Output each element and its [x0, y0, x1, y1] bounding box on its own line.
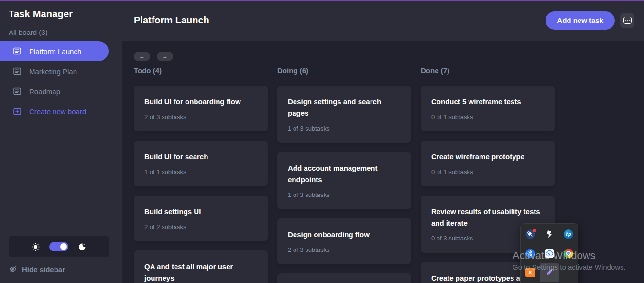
- sidebar-item-roadmap[interactable]: Roadmap: [0, 81, 109, 101]
- browser-accent-strip: [0, 0, 644, 1]
- task-card[interactable]: Build UI for search 1 of 1 subtasks: [134, 141, 268, 186]
- theme-toggle-switch[interactable]: [49, 242, 68, 251]
- sidebar-item-marketing-plan[interactable]: Marketing Plan: [0, 61, 109, 81]
- task-card[interactable]: QA and test all major user journeys: [134, 250, 268, 283]
- usb-device-icon[interactable]: [521, 225, 540, 244]
- task-subtasks: 2 of 3 subtasks: [144, 113, 257, 121]
- toggle-knob: [60, 243, 67, 250]
- task-card[interactable]: Build settings UI 2 of 2 subtasks: [134, 196, 268, 241]
- column-todo: Todo (4) Build UI for onboarding flow 2 …: [134, 66, 268, 283]
- notification-dot: [533, 229, 536, 232]
- moon-icon: [78, 243, 86, 251]
- task-card[interactable]: Conduct 5 wireframe tests 0 of 1 subtask…: [421, 86, 555, 131]
- eye-off-icon: [9, 265, 17, 273]
- task-title: Build UI for onboarding flow: [144, 96, 257, 108]
- cloud-app-icon[interactable]: [540, 244, 559, 263]
- sun-icon: [32, 243, 40, 251]
- task-title: Conduct 5 wireframe tests: [431, 96, 544, 108]
- task-subtasks: 0 of 1 subtasks: [431, 168, 544, 176]
- chrome-icon[interactable]: [559, 244, 578, 263]
- sidebar-item-platform-launch[interactable]: Platform Launch: [0, 41, 109, 61]
- arrow-left-icon: ←: [139, 54, 145, 59]
- white-flag-icon[interactable]: [540, 225, 559, 244]
- empty-tray-cell: [559, 263, 578, 282]
- task-title: QA and test all major user journeys: [144, 261, 257, 283]
- board-header: Platform Launch Add new task: [122, 0, 644, 41]
- board-icon: [13, 87, 22, 96]
- task-card[interactable]: Add account management endpoints 1 of 3 …: [277, 152, 411, 209]
- app-title: Task Manager: [9, 9, 122, 20]
- bluetooth-icon[interactable]: [521, 244, 540, 263]
- task-title: Design onboarding flow: [288, 229, 401, 240]
- board-icon: [13, 47, 22, 55]
- task-card[interactable]: Create wireframe prototype 0 of 1 subtas…: [421, 141, 555, 186]
- task-card[interactable]: Build UI for onboarding flow 2 of 3 subt…: [134, 86, 268, 131]
- task-subtasks: 2 of 3 subtasks: [288, 246, 401, 254]
- sidebar-item-label: Marketing Plan: [29, 67, 77, 76]
- task-subtasks: 2 of 2 subtasks: [144, 223, 257, 231]
- theme-toggle-panel: [9, 236, 109, 257]
- task-subtasks: 0 of 1 subtasks: [431, 113, 544, 121]
- board-menu-button[interactable]: [620, 13, 634, 28]
- board-icon: [13, 67, 22, 76]
- task-title: Build UI for search: [144, 151, 257, 163]
- ellipsis-box-icon: [623, 17, 632, 24]
- task-title: Build settings UI: [144, 206, 257, 218]
- hide-sidebar-button[interactable]: Hide sidebar: [9, 265, 65, 273]
- column-title: Todo (4): [134, 66, 268, 75]
- task-subtasks: 1 of 3 subtasks: [288, 191, 401, 199]
- lightshot-feather-icon[interactable]: [540, 263, 559, 282]
- xampp-icon[interactable]: [521, 263, 540, 282]
- arrow-right-icon: →: [162, 54, 168, 59]
- task-subtasks: 1 of 3 subtasks: [288, 125, 401, 132]
- column-title: Done (7): [421, 66, 555, 75]
- task-title: Design settings and search pages: [288, 96, 401, 119]
- sidebar-item-label: Roadmap: [29, 87, 60, 96]
- task-title: Create wireframe prototype: [431, 151, 544, 163]
- task-card[interactable]: Design onboarding flow 2 of 3 subtasks: [277, 218, 411, 264]
- column-title: Doing (6): [277, 66, 411, 75]
- plus-square-icon: [13, 107, 22, 116]
- create-new-board-button[interactable]: Create new board: [0, 101, 109, 121]
- boards-count-label: All board (3): [9, 28, 122, 36]
- header-actions: Add new task: [546, 11, 634, 30]
- create-board-label: Create new board: [29, 108, 86, 116]
- hide-sidebar-label: Hide sidebar: [22, 265, 65, 273]
- hp-icon[interactable]: [559, 225, 578, 244]
- task-title: Add account management endpoints: [288, 163, 401, 185]
- task-subtasks: 1 of 1 subtasks: [144, 168, 257, 176]
- column-doing: Doing (6) Design settings and search pag…: [277, 66, 411, 283]
- windows-tray-flyout: [520, 223, 578, 283]
- scroll-left-button[interactable]: ←: [134, 52, 150, 61]
- sidebar-item-label: Platform Launch: [29, 47, 81, 55]
- page-title: Platform Launch: [134, 15, 209, 26]
- scroll-right-button[interactable]: →: [157, 52, 173, 61]
- sidebar: Task Manager All board (3) Platform Laun…: [0, 0, 122, 283]
- board-scroll-arrows: ← →: [134, 52, 644, 61]
- add-new-task-button[interactable]: Add new task: [546, 11, 615, 30]
- task-card[interactable]: Design settings and search pages 1 of 3 …: [277, 86, 411, 143]
- task-card[interactable]: [277, 273, 411, 283]
